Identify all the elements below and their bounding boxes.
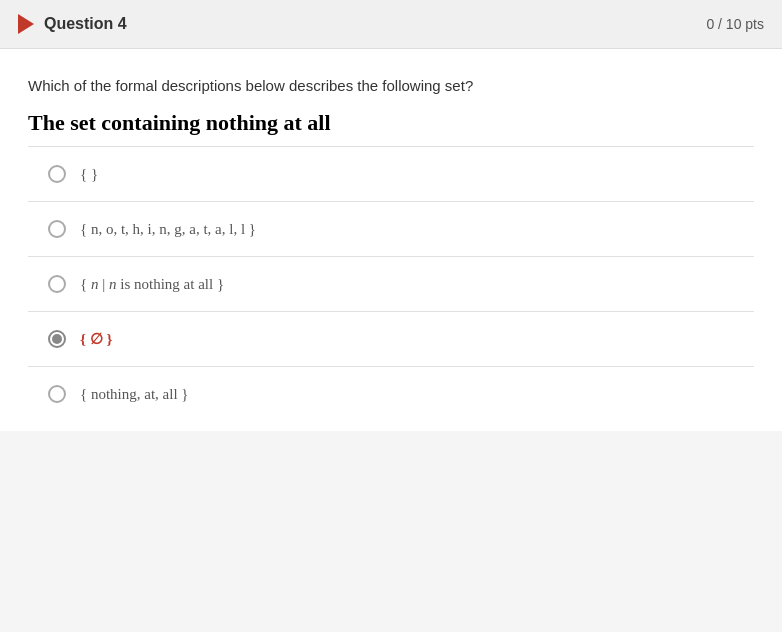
question-body: Which of the formal descriptions below d… [0, 49, 782, 431]
question-title-group: Question 4 [18, 14, 127, 34]
option-4[interactable]: { ∅ } [28, 312, 754, 367]
radio-2 [48, 220, 66, 238]
option-4-text: { ∅ } [80, 330, 112, 348]
option-3[interactable]: { n | n is nothing at all } [28, 257, 754, 312]
radio-3 [48, 275, 66, 293]
question-title: Question 4 [44, 15, 127, 33]
arrow-icon [18, 14, 34, 34]
radio-1 [48, 165, 66, 183]
option-2-text: { n, o, t, h, i, n, g, a, t, a, l, l } [80, 221, 256, 238]
option-2[interactable]: { n, o, t, h, i, n, g, a, t, a, l, l } [28, 202, 754, 257]
option-1[interactable]: { } [28, 147, 754, 202]
radio-5 [48, 385, 66, 403]
option-1-text: { } [80, 166, 98, 183]
option-5-text: { nothing, at, all } [80, 386, 189, 403]
options-list: { } { n, o, t, h, i, n, g, a, t, a, l, l… [28, 146, 754, 421]
points-label: 0 / 10 pts [706, 16, 764, 32]
question-header: Question 4 0 / 10 pts [0, 0, 782, 49]
radio-4 [48, 330, 66, 348]
radio-4-inner [52, 334, 62, 344]
set-description: The set containing nothing at all [28, 110, 754, 136]
question-prompt: Which of the formal descriptions below d… [28, 77, 754, 94]
option-5[interactable]: { nothing, at, all } [28, 367, 754, 421]
option-3-text: { n | n is nothing at all } [80, 276, 224, 293]
